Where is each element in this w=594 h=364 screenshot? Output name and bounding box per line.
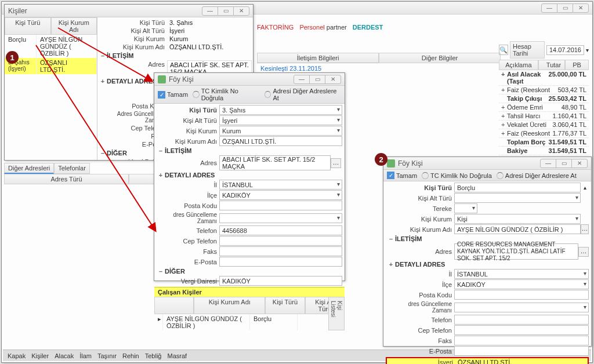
maximize-icon[interactable]: ▭ [556,159,572,168]
table-row[interactable]: Borçlu AYŞE NİLGÜN GÜNDÜZ ( ÖZBİLİR ) [5,35,97,58]
maximize-icon[interactable]: ▭ [218,6,234,16]
ilce-select[interactable]: KADIKÖY [454,279,589,289]
kurum-adi-browse[interactable]: … [581,224,589,234]
summary-row: +Tahsil Harcı1.160,41 TL [499,112,589,121]
lbl-kisi-turu: Kişi Türü [386,184,454,192]
tc-dogrula-button[interactable]: TC Kimlik No Doğrula [193,88,260,101]
adres-input[interactable]: CORE RESOURCES MANAGEMENT KAYNAK YÖN.TİC… [454,243,578,260]
calisan-kisiler-tab[interactable]: Çalışan Kişiler [154,287,345,297]
foy-kisi-dialog-1: Föy Kişi — ▭ ✕ ✓Tamam TC Kimlik No Doğru… [154,72,345,281]
minimize-icon[interactable]: — [202,6,218,16]
il-select[interactable]: İSTANBUL [454,269,589,279]
minimize-icon[interactable]: — [540,159,556,168]
il-select[interactable]: İSTANBUL [219,180,342,190]
adres-browse-button[interactable]: … [578,247,589,257]
link-partner[interactable]: partner [327,24,347,31]
tamam-button[interactable]: ✓Tamam [387,172,417,179]
table-row[interactable]: 3. Şahıs (İşyeri) ÖZŞANLI LTD.ŞTİ. [5,58,97,74]
tab-telefonlar[interactable]: Telefonlar [54,163,90,174]
scroll-up-icon[interactable]: ▴ [581,184,589,191]
col-adres-turu[interactable]: Adres Türü [4,174,129,184]
gunc-select[interactable] [219,213,342,223]
adresi-at-button[interactable]: Adresi Diğer Adreslere At [265,88,341,101]
tab-diger-bilgiler[interactable]: Diğer Bilgiler [379,53,501,63]
cep-input[interactable] [454,325,589,335]
eposta-input[interactable] [454,346,589,356]
minimize-icon[interactable]: — [541,3,557,13]
collapse-icon[interactable]: – [158,268,164,275]
link-faktoring[interactable]: FAKTORİNG [257,24,294,32]
nav-kapak[interactable]: Kapak [8,352,26,359]
kisi-turu-select[interactable]: 3. Şahıs [219,105,342,115]
kisi-kurum-adi-input[interactable]: ÖZŞANLI LTD.ŞTİ. [219,136,342,146]
nav-masraf[interactable]: Masraf [167,352,187,359]
nav-rehin[interactable]: Rehin [122,352,139,359]
close-icon[interactable]: ✕ [571,159,588,168]
kisi-turu-select[interactable]: Borçlu [454,183,581,192]
kesinlesti-label: Kesinleşti [260,65,288,72]
adres-browse-button[interactable]: … [331,158,341,168]
kisi-kurum-select[interactable]: Kişi [454,214,581,224]
col-kisi-turu[interactable]: Kişi Türü [5,17,51,35]
ilce-select[interactable]: KADIKÖY [219,190,342,200]
faks-input[interactable] [454,336,589,345]
col-kisi-kurum-adi[interactable]: Kişi Kurum Adı [51,17,97,35]
kisi-listesi-side-tab[interactable]: Kişi Listesi [328,297,345,330]
nav-kisiler[interactable]: Kişiler [31,352,49,359]
tab-diger-adresleri[interactable]: Diğer Adresleri [4,163,54,174]
adres-input[interactable]: ABACI LATİF SK. SET APT. 15/2 MAÇKA [219,155,331,170]
col-turu[interactable]: Kişi Türü [265,297,305,314]
app-icon [158,75,166,83]
tab-iletisim-bilgileri[interactable]: İletişim Bilgileri [257,53,379,63]
collapse-icon[interactable]: – [100,150,106,156]
lbl-telefon: Telefon [155,227,219,235]
adresi-at-button[interactable]: Adresi Diğer Adreslere At [497,172,577,179]
collapse-icon[interactable]: – [388,235,394,242]
vergi-input[interactable]: KADIKÖY [219,276,342,286]
lbl-kisi-turu: Kişi Türü [97,19,167,27]
lbl-faks: Faks [386,337,454,345]
link-personel[interactable]: Personel [299,24,324,31]
maximize-icon[interactable]: ▭ [309,75,325,84]
nav-tasinir[interactable]: Taşınır [97,352,117,359]
expand-icon[interactable]: + [388,261,394,268]
section-diger: DİĞER [107,150,127,156]
kisi-alt-select[interactable]: İşyeri [219,115,342,125]
collapse-icon[interactable]: – [158,147,164,154]
kisi-alt-select[interactable] [454,193,581,203]
tereke-select[interactable] [454,203,477,213]
link-derdest[interactable]: DERDEST [353,24,383,32]
expand-icon[interactable]: + [100,78,106,85]
lbl-kisi-kurum: Kişi Kurum [155,127,219,135]
telefon-input[interactable] [454,315,589,325]
faks-input[interactable] [219,246,342,256]
hesap-tarihi-input[interactable]: 14.07.2016 [546,45,584,55]
close-icon[interactable]: ✕ [233,6,249,16]
eposta-input[interactable] [219,257,342,267]
nav-alacak[interactable]: Alacak [55,352,74,359]
gunc-select[interactable] [454,303,589,312]
cep-input[interactable] [219,236,342,246]
kisi-kurum-select[interactable]: Kurum [219,126,342,136]
chevron-down-icon[interactable]: ▾ [586,47,589,53]
minimize-icon[interactable]: — [294,75,310,84]
val-kisi-alt-turu: İşyeri [167,27,252,35]
maximize-icon[interactable]: ▭ [557,3,573,13]
posta-input[interactable] [454,290,589,300]
collapse-icon[interactable]: – [100,52,106,59]
telefon-input[interactable]: 4456688 [219,225,342,235]
search-icon[interactable]: 🔍 [499,45,508,55]
nav-teblig[interactable]: Tebliğ [145,352,162,359]
close-icon[interactable]: ✕ [573,3,589,13]
tc-dogrula-button[interactable]: TC Kimlik No Doğrula [422,172,492,179]
expand-icon[interactable]: + [158,172,164,179]
kurum-adi-input[interactable]: AYŞE NİLGÜN GÜNDÜZ ( ÖZBİLİR ) [454,224,581,234]
summary-rows: +Asıl Alacak (Taşıt25.000,00 TL+Faiz (Re… [499,70,589,155]
close-icon[interactable]: ✕ [325,75,341,84]
posta-input[interactable] [219,201,342,210]
nav-ilam[interactable]: İlam [79,352,92,359]
tamam-button[interactable]: ✓Tamam [158,91,188,99]
lbl-posta: Posta Kodu [386,291,454,299]
col-kurum-adi[interactable]: Kişi Kurum Adı [194,297,265,314]
table-row[interactable]: ▸ AYŞE NİLGÜN GÜNDÜZ ( ÖZBİLİR ) Borçlu [154,314,345,330]
